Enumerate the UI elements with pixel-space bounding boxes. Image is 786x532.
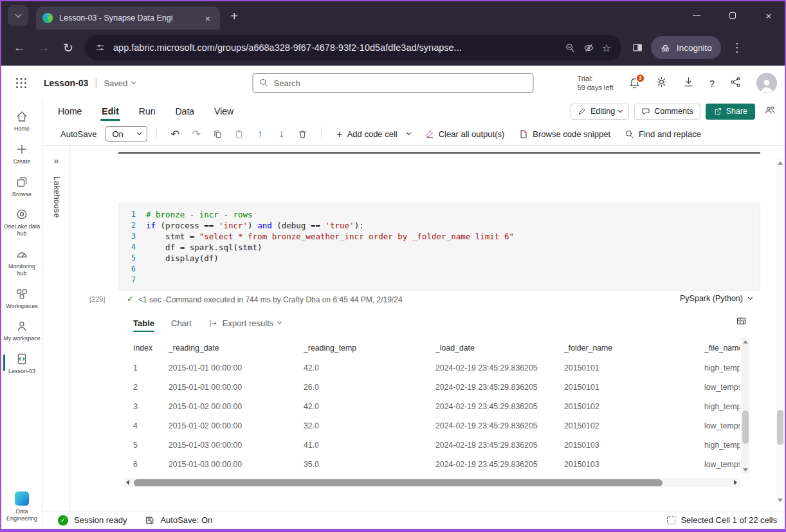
share-button[interactable]: Share xyxy=(706,104,755,120)
help-button[interactable]: ? xyxy=(709,78,715,89)
tab-close-icon[interactable]: × xyxy=(202,13,214,24)
scrollbar-thumb[interactable] xyxy=(134,479,663,486)
code-line: 5 display(df) xyxy=(119,253,760,264)
scroll-down-icon[interactable] xyxy=(743,468,748,472)
sidebar-item-monitoring-hub[interactable]: Monitoring hub xyxy=(1,243,42,281)
bookmark-star-icon[interactable]: ☆ xyxy=(602,42,611,54)
kernel-selector[interactable]: PySpark (Python) xyxy=(680,294,752,303)
code-text: df = spark.sql(stmt) xyxy=(146,242,262,253)
sidebar-item-home[interactable]: Home xyxy=(1,105,42,136)
account-avatar[interactable] xyxy=(756,73,777,93)
notebook-vertical-scrollbar[interactable] xyxy=(776,159,784,504)
scroll-up-icon[interactable] xyxy=(778,161,783,165)
table-row[interactable]: 32015-01-02 00:00:0042.02024-02-19 23:45… xyxy=(120,397,740,416)
new-tab-button[interactable]: + xyxy=(230,9,238,23)
browser-tab[interactable]: Lesson-03 - Synapse Data Engi × xyxy=(36,6,220,30)
notifications-button[interactable]: 3 xyxy=(628,77,641,89)
scrollbar-thumb[interactable] xyxy=(742,410,749,444)
menu-view[interactable]: View xyxy=(214,100,233,122)
move-cell-down-button[interactable]: ↓ xyxy=(272,125,291,143)
table-horizontal-scrollbar[interactable] xyxy=(123,478,740,487)
table-row[interactable]: 12015-01-01 00:00:0042.02024-02-19 23:45… xyxy=(120,358,740,378)
menu-data[interactable]: Data xyxy=(176,100,195,122)
scrollbar-thumb[interactable] xyxy=(777,410,783,445)
browse-code-snippet-button[interactable]: Browse code snippet xyxy=(513,125,616,143)
tab-table[interactable]: Table xyxy=(133,312,154,334)
comments-button[interactable]: Comments xyxy=(634,104,700,120)
collaborators-button[interactable] xyxy=(764,104,776,118)
sidebar-item-lesson-03[interactable]: Lesson-03 xyxy=(1,348,42,379)
address-bar[interactable]: app.fabric.microsoft.com/groups/a668a328… xyxy=(85,35,621,60)
delete-cell-button[interactable] xyxy=(293,125,312,143)
find-and-replace-button[interactable]: Find and replace xyxy=(619,125,707,143)
sidebar-item-data-engineering[interactable]: Data Engineering xyxy=(1,487,42,526)
tab-chart[interactable]: Chart xyxy=(171,312,192,334)
sidebar-item-onelake-data-hub[interactable]: OneLake data hub xyxy=(1,203,42,241)
scroll-left-icon[interactable] xyxy=(126,480,129,485)
sidebar-item-browse[interactable]: Browse xyxy=(1,171,42,202)
redo-button[interactable]: ↷ xyxy=(187,125,206,143)
execution-count: [229] xyxy=(89,295,105,303)
item-title[interactable]: Lesson-03 xyxy=(44,78,88,88)
menu-edit[interactable]: Edit xyxy=(102,100,118,122)
table-row[interactable]: 42015-01-02 00:00:0032.02024-02-19 23:45… xyxy=(120,416,740,436)
clear-outputs-label: Clear all output(s) xyxy=(439,129,505,139)
execution-status-text: <1 sec -Command executed in 744 ms by Cr… xyxy=(138,295,403,304)
people-icon xyxy=(764,104,776,116)
table-cell: 20150102 xyxy=(564,402,704,411)
code-text: display(df) xyxy=(146,253,219,264)
code-text: # bronze - incr - rows xyxy=(146,209,253,220)
sidebar-item-workspaces[interactable]: Workspaces xyxy=(1,283,42,314)
window-maximize-button[interactable] xyxy=(728,11,737,20)
paste-button[interactable] xyxy=(230,125,248,143)
scroll-down-icon[interactable] xyxy=(778,499,783,502)
selection-icon xyxy=(667,516,675,524)
menu-home[interactable]: Home xyxy=(58,100,82,122)
clear-all-outputs-button[interactable]: Clear all output(s) xyxy=(419,125,511,143)
tab-search-button[interactable] xyxy=(8,5,28,26)
table-vertical-scrollbar[interactable] xyxy=(741,338,749,474)
table-options-button[interactable] xyxy=(736,316,747,329)
table-cell: 2024-02-19 23:45:29.836205 xyxy=(435,363,564,372)
sidebar-item-my-workspace[interactable]: My workspace xyxy=(1,315,42,346)
window-minimize-button[interactable] xyxy=(692,11,701,20)
browser-menu-icon[interactable]: ⋮ xyxy=(729,41,745,55)
column-header: _load_date xyxy=(435,344,564,353)
lakehouse-rail-label[interactable]: Lakehouse xyxy=(52,176,61,218)
split-screen-icon[interactable] xyxy=(632,42,643,53)
search-input[interactable] xyxy=(253,73,534,93)
reload-button[interactable]: ↻ xyxy=(58,37,78,58)
downloads-button[interactable] xyxy=(682,76,695,91)
scroll-up-icon[interactable] xyxy=(743,340,748,344)
undo-button[interactable]: ↶ xyxy=(166,125,185,143)
copy-button[interactable] xyxy=(208,125,227,143)
menu-run[interactable]: Run xyxy=(139,100,156,122)
line-number: 6 xyxy=(119,264,146,275)
export-results-button[interactable]: Export results xyxy=(208,318,281,328)
chevron-down-icon xyxy=(15,12,21,18)
site-settings-icon[interactable] xyxy=(95,42,105,53)
find-replace-label: Find and replace xyxy=(639,129,701,139)
table-row[interactable]: 52015-01-03 00:00:0041.02024-02-19 23:45… xyxy=(120,436,740,455)
app-launcher-icon[interactable] xyxy=(15,77,27,89)
forward-button[interactable]: → xyxy=(33,37,54,58)
scroll-right-icon[interactable] xyxy=(734,480,737,485)
table-cell: 2024-02-19 23:45:29.836205 xyxy=(435,460,564,469)
expand-panel-icon[interactable]: » xyxy=(53,155,59,166)
sidebar-item-create[interactable]: Create xyxy=(1,138,42,169)
window-close-button[interactable]: × xyxy=(764,11,773,20)
save-state[interactable]: Saved xyxy=(104,78,135,88)
code-editor[interactable]: 1# bronze - incr - rows2if (process == '… xyxy=(118,203,760,291)
autosave-dropdown[interactable]: On xyxy=(105,126,147,142)
editing-mode-button[interactable]: Editing xyxy=(571,104,629,120)
settings-button[interactable] xyxy=(655,76,668,91)
add-code-cell-button[interactable]: + Add code cell xyxy=(331,125,416,143)
snippet-icon xyxy=(518,129,528,139)
feedback-button[interactable] xyxy=(729,76,742,91)
table-row[interactable]: 22015-01-01 00:00:0026.02024-02-19 23:45… xyxy=(120,378,740,397)
table-row[interactable]: 62015-01-03 00:00:0035.02024-02-19 23:45… xyxy=(120,455,740,474)
zoom-out-icon[interactable] xyxy=(565,42,576,53)
eye-off-icon[interactable] xyxy=(583,42,594,53)
back-button[interactable]: ← xyxy=(9,37,30,58)
move-cell-up-button[interactable]: ↑ xyxy=(251,125,270,143)
